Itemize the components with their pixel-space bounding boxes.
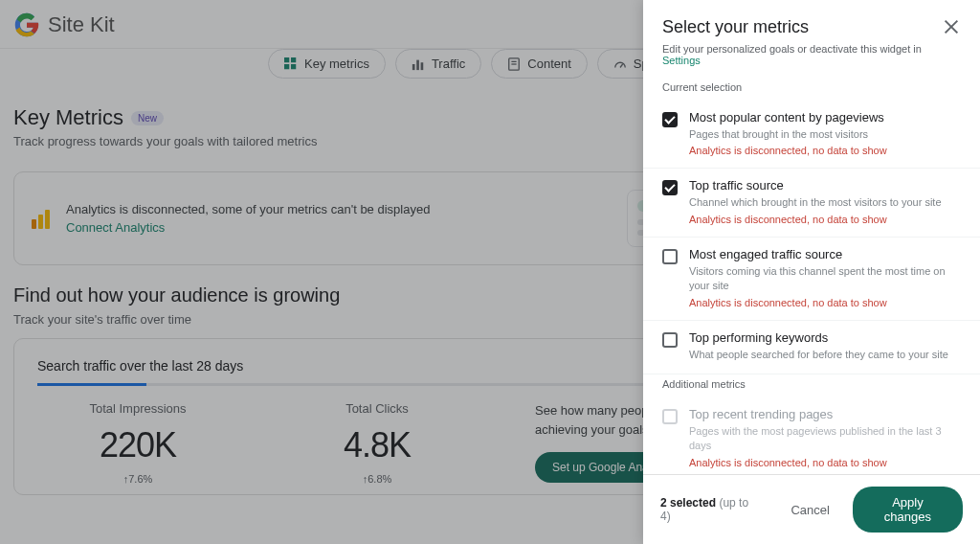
- warning-text: Analytics is disconnected, no data to sh…: [689, 214, 961, 225]
- checkbox[interactable]: [662, 409, 678, 424]
- close-icon[interactable]: [942, 17, 961, 36]
- checkbox[interactable]: [662, 249, 678, 264]
- metrics-list[interactable]: Current selection Most popular content b…: [643, 78, 980, 474]
- checkbox[interactable]: [662, 180, 678, 195]
- warning-text: Analytics is disconnected, no data to sh…: [689, 457, 961, 468]
- cancel-button[interactable]: Cancel: [781, 495, 838, 525]
- metric-top-traffic-source[interactable]: Top traffic source Channel which brought…: [643, 169, 980, 237]
- metric-engaged-traffic-source[interactable]: Most engaged traffic source Visitors com…: [643, 238, 980, 321]
- metrics-side-panel: Select your metrics Edit your personaliz…: [643, 0, 980, 544]
- panel-subtitle: Edit your personalized goals or deactiva…: [643, 43, 980, 78]
- panel-title: Select your metrics: [662, 17, 942, 37]
- warning-text: Analytics is disconnected, no data to sh…: [689, 145, 961, 156]
- panel-footer: 2 selected (up to 4) Cancel Apply change…: [643, 474, 980, 544]
- metric-popular-content[interactable]: Most popular content by pageviews Pages …: [643, 101, 980, 169]
- checkbox[interactable]: [662, 332, 678, 348]
- checkbox[interactable]: [662, 112, 678, 127]
- metric-trending-pages[interactable]: Top recent trending pages Pages with the…: [643, 397, 980, 474]
- apply-changes-button[interactable]: Apply changes: [853, 487, 963, 533]
- warning-text: Analytics is disconnected, no data to sh…: [689, 297, 961, 308]
- metric-top-keywords[interactable]: Top performing keywords What people sear…: [643, 321, 980, 374]
- group-current: Current selection: [643, 78, 980, 101]
- settings-link[interactable]: Settings: [662, 55, 701, 66]
- selected-count: 2 selected (up to 4): [660, 496, 754, 523]
- group-additional: Additional metrics: [643, 374, 980, 397]
